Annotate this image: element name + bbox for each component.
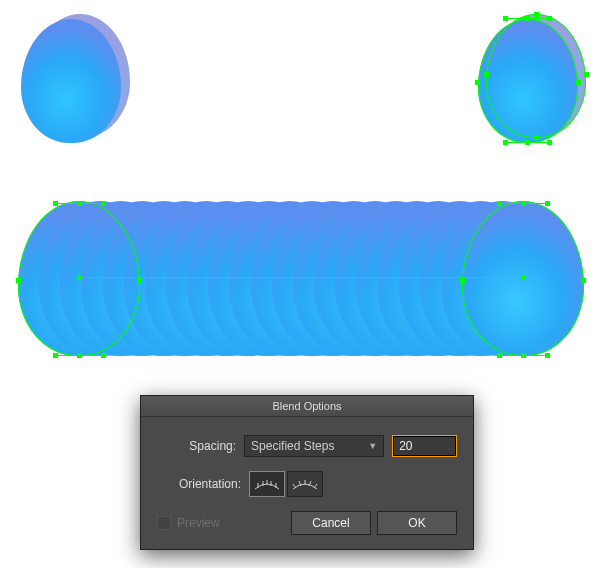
ok-button[interactable]: OK — [377, 511, 457, 535]
cancel-button[interactable]: Cancel — [291, 511, 371, 535]
orientation-label: Orientation: — [157, 477, 241, 491]
chevron-down-icon: ▼ — [368, 441, 377, 451]
spacing-mode-value: Specified Steps — [251, 439, 334, 453]
egg-shape-1[interactable] — [21, 19, 121, 143]
spacing-mode-dropdown[interactable]: Specified Steps ▼ — [244, 435, 384, 457]
handle-end[interactable] — [503, 16, 508, 21]
align-to-page-icon — [254, 477, 280, 491]
blend-step-egg[interactable] — [462, 201, 584, 356]
blend-options-dialog: Blend Options Spacing: Specified Steps ▼… — [140, 395, 474, 550]
spacing-label: Spacing: — [157, 439, 236, 453]
blend-object[interactable] — [18, 201, 584, 359]
handle-end[interactable] — [503, 140, 508, 145]
preview-checkbox[interactable] — [157, 516, 171, 530]
egg-shape-2[interactable] — [478, 19, 578, 143]
spacing-steps-input[interactable]: 20 — [392, 435, 457, 457]
dialog-title: Blend Options — [141, 396, 473, 417]
orientation-align-to-path-button[interactable] — [287, 471, 323, 497]
cancel-button-label: Cancel — [312, 516, 349, 530]
spacing-steps-value: 20 — [399, 439, 412, 453]
orientation-align-to-page-button[interactable] — [249, 471, 285, 497]
ok-button-label: OK — [408, 516, 425, 530]
align-to-path-icon — [292, 477, 318, 491]
handle-end[interactable] — [547, 140, 552, 145]
preview-label: Preview — [177, 516, 220, 530]
